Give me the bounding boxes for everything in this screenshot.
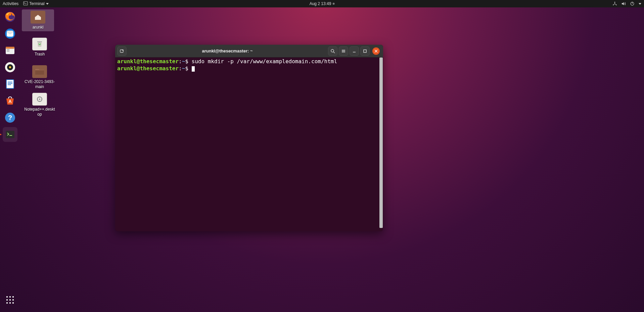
svg-rect-18	[8, 83, 12, 84]
dock-firefox[interactable]	[3, 9, 17, 24]
notification-dot-icon	[332, 3, 334, 5]
maximize-button[interactable]	[360, 46, 370, 56]
svg-rect-9	[6, 47, 14, 49]
svg-text:?: ?	[8, 114, 12, 121]
svg-rect-33	[37, 41, 42, 42]
prompt-userhost: arunkl@thesecmaster	[117, 58, 179, 65]
svg-rect-10	[7, 49, 9, 50]
desktop-icon-label: arunkl	[23, 25, 53, 30]
activities-button[interactable]: Activities	[3, 1, 18, 6]
svg-point-14	[9, 66, 11, 68]
svg-rect-19	[8, 84, 11, 85]
new-tab-button[interactable]	[117, 46, 127, 56]
hamburger-menu-button[interactable]	[339, 46, 348, 56]
svg-point-27	[6, 299, 8, 301]
svg-point-28	[9, 299, 11, 301]
scrollbar[interactable]	[379, 57, 383, 228]
terminal-window: arunkl@thesecmaster: ~ arunkl@thesecmast…	[115, 45, 383, 231]
terminal-line: arunkl@thesecmaster:~$	[117, 65, 381, 72]
terminal-body[interactable]: arunkl@thesecmaster:~$ sudo mkdir -p /va…	[115, 57, 383, 231]
svg-point-41	[331, 49, 334, 52]
command-text	[188, 65, 192, 72]
terminal-headerbar: arunkl@thesecmaster: ~	[115, 45, 383, 57]
svg-point-30	[6, 302, 8, 304]
desktop-icon-trash[interactable]: Trash	[24, 38, 56, 57]
desktop-icon-cve-folder[interactable]: CVE-2021-3493-main	[24, 65, 56, 89]
topbar-right	[612, 1, 641, 6]
dock-help[interactable]: ?	[3, 110, 17, 125]
system-menu-chevron-icon[interactable]	[639, 3, 641, 5]
desktop-icon-label: Trash	[24, 52, 56, 57]
svg-point-25	[9, 296, 11, 298]
svg-text:A: A	[8, 99, 12, 104]
desktop-icon-label: Notepad++.desktop	[24, 107, 56, 117]
close-button[interactable]	[372, 47, 380, 55]
svg-rect-0	[24, 1, 28, 5]
dock-terminal[interactable]	[3, 127, 17, 142]
topbar-left: Activities Terminal	[3, 1, 49, 7]
app-menu-label: Terminal	[29, 1, 44, 6]
svg-point-32	[12, 302, 14, 304]
terminal-line: arunkl@thesecmaster:~$ sudo mkdir -p /va…	[117, 58, 381, 65]
desktop-icon-notepadpp[interactable]: Notepad++.desktop	[24, 93, 56, 117]
svg-point-24	[6, 296, 8, 298]
svg-rect-17	[8, 82, 12, 82]
trash-icon	[32, 38, 47, 50]
terminal-icon	[23, 1, 28, 7]
dock-files[interactable]	[3, 43, 17, 58]
network-icon[interactable]	[612, 1, 617, 6]
dock-rhythmbox[interactable]	[3, 60, 17, 75]
app-menu[interactable]: Terminal	[23, 1, 48, 7]
clock[interactable]: Aug 2 13:49	[310, 1, 335, 6]
svg-point-31	[9, 302, 11, 304]
prompt-path: ~	[182, 65, 185, 72]
volume-icon[interactable]	[621, 1, 626, 6]
svg-line-42	[333, 52, 335, 53]
folder-icon	[32, 65, 47, 78]
show-applications[interactable]	[3, 292, 17, 307]
prompt-dollar: $	[185, 58, 188, 65]
command-text: sudo mkdir -p /var/www/exampledomain.com…	[188, 58, 337, 65]
desktop-icon-label: CVE-2021-3493-main	[24, 79, 56, 89]
window-title: arunkl@thesecmaster: ~	[128, 48, 327, 53]
gnome-topbar: Activities Terminal Aug 2 13:49	[0, 0, 644, 7]
clock-text: Aug 2 13:49	[310, 1, 331, 6]
svg-rect-11	[7, 51, 9, 51]
svg-rect-15	[6, 80, 14, 88]
svg-rect-35	[35, 70, 44, 75]
prompt-dollar: $	[185, 65, 188, 72]
dock: A ?	[0, 7, 20, 312]
search-button[interactable]	[328, 46, 337, 56]
svg-rect-47	[364, 50, 366, 52]
svg-point-26	[12, 296, 14, 298]
svg-point-29	[12, 299, 14, 301]
svg-point-37	[39, 99, 40, 100]
desktop-icon-home[interactable]: arunkl	[22, 9, 54, 31]
executable-icon	[32, 93, 47, 106]
chevron-down-icon	[46, 3, 49, 5]
minimize-button[interactable]	[350, 46, 359, 56]
folder-home-icon	[31, 11, 45, 24]
dock-thunderbird[interactable]	[3, 26, 17, 41]
prompt-sep: :	[179, 58, 182, 65]
dock-libreoffice-writer[interactable]	[3, 77, 17, 91]
prompt-userhost: arunkl@thesecmaster	[117, 65, 179, 72]
cursor	[192, 66, 195, 72]
prompt-path: ~	[182, 58, 185, 65]
dock-ubuntu-software[interactable]: A	[3, 93, 17, 108]
svg-rect-23	[6, 131, 14, 138]
power-icon[interactable]	[630, 1, 635, 6]
prompt-sep: :	[179, 65, 182, 72]
